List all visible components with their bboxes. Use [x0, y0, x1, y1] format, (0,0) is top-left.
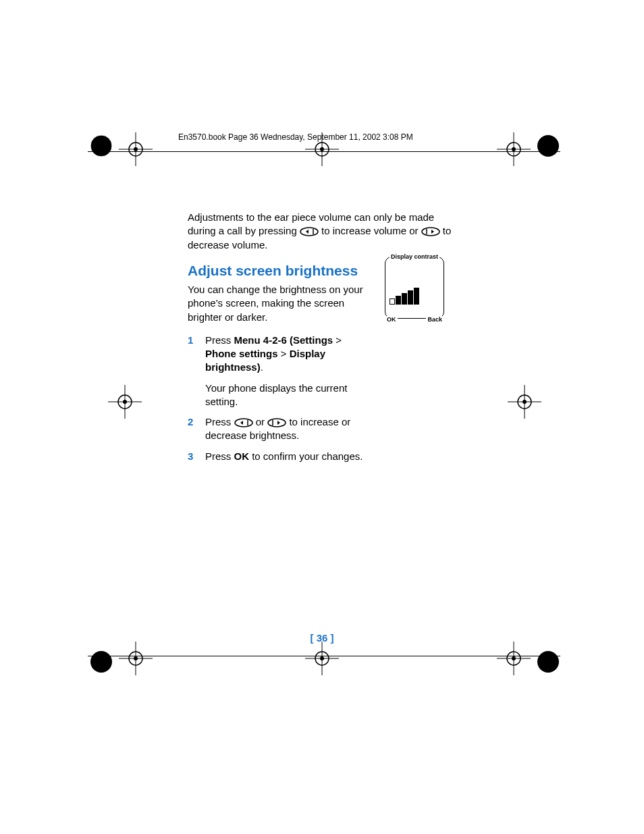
- svg-point-38: [422, 228, 439, 236]
- right-key-icon: [267, 418, 286, 427]
- main-content: Adjustments to the ear piece volume can …: [188, 211, 458, 470]
- svg-point-3: [90, 651, 112, 673]
- softkey-right: Back: [426, 316, 444, 323]
- svg-point-24: [123, 400, 127, 404]
- crosshair-icon: [108, 385, 142, 419]
- crosshair-icon: [508, 385, 541, 419]
- svg-point-37: [300, 228, 318, 236]
- phone-screen-illustration: Display contrast OK Back: [385, 257, 444, 319]
- svg-point-20: [512, 656, 516, 660]
- svg-point-32: [320, 656, 324, 660]
- svg-point-28: [522, 400, 527, 404]
- screen-title: Display contrast: [390, 253, 439, 260]
- crop-mark-icon: [88, 648, 115, 675]
- right-key-icon: [421, 227, 440, 236]
- header-rule: [88, 151, 560, 152]
- page-number: [ 36 ]: [0, 632, 644, 644]
- step-number: 2: [188, 415, 205, 443]
- svg-point-40: [268, 419, 286, 427]
- crop-mark-icon: [535, 648, 562, 675]
- step-number: 1: [188, 334, 205, 375]
- intro-paragraph: Adjustments to the ear piece volume can …: [188, 211, 458, 252]
- softkey-left: OK: [385, 316, 398, 323]
- left-key-icon: [234, 418, 253, 427]
- running-header: En3570.book Page 36 Wednesday, September…: [178, 132, 543, 142]
- step-1-followup: Your phone displays the current setting.: [205, 382, 370, 409]
- step-3: 3 Press OK to confirm your changes.: [188, 450, 451, 463]
- left-key-icon: [300, 227, 319, 236]
- step-2: 2 Press or to increase or decrease brigh…: [188, 415, 370, 443]
- svg-point-16: [134, 656, 138, 660]
- svg-point-39: [235, 419, 252, 427]
- crosshair-icon: [305, 642, 339, 675]
- contrast-bars-icon: [390, 288, 419, 305]
- step-1: 1 Press Menu 4-2-6 (Settings > Phone set…: [188, 334, 370, 375]
- section-description: You can change the brightness on your ph…: [188, 283, 370, 324]
- crosshair-icon: [119, 642, 153, 675]
- footer-rule: [88, 656, 560, 656]
- crosshair-icon: [497, 642, 531, 675]
- svg-point-4: [537, 651, 559, 673]
- step-number: 3: [188, 450, 205, 463]
